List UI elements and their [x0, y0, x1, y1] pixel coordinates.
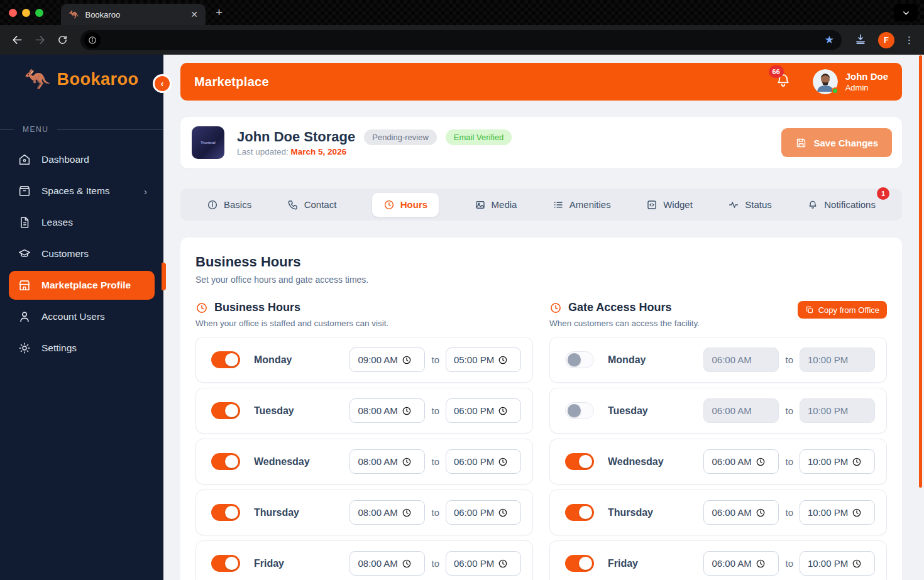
clock-icon	[402, 508, 412, 518]
close-time-input[interactable]: 06:00 PM	[446, 500, 521, 525]
gate-hours-subtitle: When customers can access the facility.	[549, 319, 793, 328]
new-tab-button[interactable]: +	[216, 6, 223, 19]
gear-icon	[18, 341, 31, 355]
address-bar[interactable]: ★	[80, 30, 842, 50]
home-icon	[18, 153, 31, 167]
day-toggle[interactable]	[565, 402, 594, 419]
close-time-input[interactable]: 06:00 PM	[446, 551, 521, 576]
profile-summary-card: Thumbnail John Doe Storage Pending-revie…	[180, 117, 902, 168]
clock-icon	[498, 406, 508, 416]
day-toggle[interactable]	[211, 402, 240, 419]
window-controls	[9, 9, 43, 17]
open-time-input[interactable]: 08:00 AM	[349, 398, 425, 423]
site-info-button[interactable]	[84, 32, 101, 48]
bookmark-star-icon[interactable]: ★	[825, 33, 834, 47]
open-time-input[interactable]: 08:00 AM	[349, 551, 425, 576]
reload-button[interactable]	[53, 31, 72, 50]
sidebar-item-dashboard[interactable]: Dashboard	[9, 145, 155, 174]
tab-amenities[interactable]: Amenities	[553, 199, 611, 211]
close-time-input[interactable]: 06:00 PM	[446, 398, 521, 423]
open-time-input[interactable]: 06:00 AM	[703, 398, 779, 423]
back-button[interactable]	[8, 31, 26, 50]
close-time-input[interactable]: 10:00 PM	[800, 449, 875, 474]
code-icon	[646, 199, 657, 211]
image-icon	[475, 199, 486, 211]
browser-profile-avatar[interactable]: F	[878, 32, 894, 48]
kangaroo-logo-icon: 🦘	[24, 68, 50, 90]
active-item-edge-indicator	[162, 263, 166, 290]
page-scrollbar[interactable]	[919, 55, 922, 488]
clock-icon	[195, 302, 208, 314]
downloads-button[interactable]	[854, 33, 867, 48]
day-label: Friday	[608, 558, 703, 569]
main-content: Marketplace 66 John Doe Admin Thumbnail	[163, 55, 924, 580]
tab-widget[interactable]: Widget	[646, 199, 693, 211]
open-time-input[interactable]: 06:00 AM	[703, 551, 779, 576]
forward-button[interactable]	[30, 31, 49, 50]
minimize-window-button[interactable]	[22, 9, 30, 17]
close-time-input[interactable]: 10:00 PM	[800, 551, 875, 576]
close-time-input[interactable]: 10:00 PM	[800, 500, 875, 525]
sidebar-collapse-button[interactable]: ‹	[153, 74, 172, 93]
day-toggle[interactable]	[565, 555, 594, 572]
open-time-input[interactable]: 06:00 AM	[703, 500, 779, 525]
open-time-input[interactable]: 06:00 AM	[703, 347, 779, 372]
sidebar-item-marketplace-profile[interactable]: Marketplace Profile	[9, 271, 155, 300]
day-toggle[interactable]	[211, 351, 240, 368]
day-toggle[interactable]	[211, 453, 240, 470]
day-label: Tuesday	[254, 405, 349, 417]
close-time-input[interactable]: 10:00 PM	[800, 347, 875, 372]
office-day-row-friday: Friday 08:00 AM to 06:00 PM	[195, 540, 533, 580]
close-time-input[interactable]: 06:00 PM	[446, 449, 521, 474]
browser-tab[interactable]: 🦘 Bookaroo ✕	[61, 4, 206, 25]
chevron-down-icon	[902, 9, 910, 17]
sidebar-item-account-users[interactable]: Account Users	[9, 302, 155, 331]
notifications-button[interactable]: 66	[775, 72, 791, 91]
clock-icon	[852, 559, 862, 569]
notifications-tab-badge: 1	[877, 187, 889, 200]
kangaroo-favicon: 🦘	[69, 10, 79, 19]
office-hours-column: Business Hours When your office is staff…	[195, 301, 533, 580]
day-toggle[interactable]	[211, 555, 240, 572]
user-avatar[interactable]	[813, 69, 838, 94]
open-time-input[interactable]: 06:00 AM	[703, 449, 779, 474]
office-hours-title: Business Hours	[214, 301, 300, 314]
clock-icon	[402, 355, 412, 365]
tab-basics[interactable]: Basics	[207, 199, 251, 211]
sidebar-item-customers[interactable]: Customers	[9, 239, 155, 268]
open-time-input[interactable]: 08:00 AM	[349, 500, 425, 525]
tab-notifications[interactable]: Notifications 1	[807, 199, 876, 211]
sidebar-item-leases[interactable]: Leases	[9, 208, 155, 237]
browser-chrome: 🦘 Bookaroo ✕ + ★ F ⋮	[0, 0, 924, 55]
close-window-button[interactable]	[9, 9, 17, 17]
window-chevron-button[interactable]	[894, 4, 918, 21]
copy-from-office-button[interactable]: Copy from Office	[798, 301, 887, 319]
user-name: John Doe	[845, 71, 888, 83]
profile-thumbnail[interactable]: Thumbnail	[192, 126, 224, 159]
open-time-input[interactable]: 08:00 AM	[349, 449, 425, 474]
tab-media[interactable]: Media	[475, 199, 517, 211]
day-toggle[interactable]	[565, 504, 594, 521]
day-toggle[interactable]	[565, 453, 594, 470]
browser-tabstrip: 🦘 Bookaroo ✕ +	[0, 0, 924, 25]
tab-hours[interactable]: Hours	[372, 193, 439, 217]
open-time-input[interactable]: 09:00 AM	[349, 347, 425, 372]
office-day-row-tuesday: Tuesday 08:00 AM to 06:00 PM	[195, 388, 533, 434]
day-label: Wednesday	[608, 456, 703, 468]
zoom-window-button[interactable]	[35, 9, 43, 17]
close-time-input[interactable]: 05:00 PM	[446, 347, 521, 372]
clock-icon	[402, 406, 412, 416]
close-time-input[interactable]: 10:00 PM	[800, 398, 875, 423]
tab-contact[interactable]: Contact	[287, 199, 337, 211]
sidebar-item-spaces-items[interactable]: Spaces & Items ›	[9, 177, 155, 205]
office-hours-subtitle: When your office is staffed and customer…	[195, 319, 439, 328]
day-toggle[interactable]	[565, 351, 594, 368]
close-tab-icon[interactable]: ✕	[190, 9, 198, 19]
day-toggle[interactable]	[211, 504, 240, 521]
day-label: Tuesday	[608, 405, 703, 417]
save-changes-button[interactable]: Save Changes	[781, 128, 892, 157]
sidebar-item-settings[interactable]: Settings	[9, 334, 155, 363]
activity-icon	[728, 199, 739, 211]
browser-menu-button[interactable]: ⋮	[905, 35, 914, 46]
tab-status[interactable]: Status	[728, 199, 772, 211]
